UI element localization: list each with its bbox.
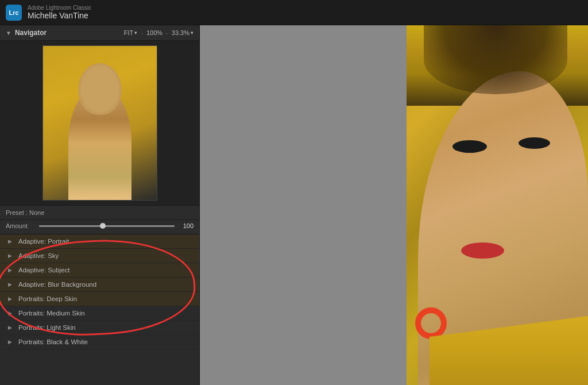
zoom-dropdown-icon: ▾ bbox=[191, 30, 194, 36]
fit-dropdown-icon: ▾ bbox=[134, 30, 137, 36]
amount-value: 100 bbox=[179, 222, 194, 229]
list-item[interactable]: ▶ Adaptive: Subject bbox=[0, 263, 199, 278]
preset-expand-icon: ▶ bbox=[6, 324, 14, 332]
list-item[interactable]: ▶ Adaptive: Sky bbox=[0, 249, 199, 263]
fit-button[interactable]: FIT ▾ bbox=[124, 29, 138, 36]
left-panel: ▼ Navigator FIT ▾ - 100% - 33.3% ▾ bbox=[0, 25, 200, 385]
titlebar-text: Adobe Lightroom Classic Michelle VanTine bbox=[28, 5, 91, 20]
zoom-33-button[interactable]: 33.3% ▾ bbox=[172, 29, 194, 36]
amount-slider-thumb bbox=[100, 223, 106, 229]
zoom-divider: - bbox=[141, 29, 143, 36]
preset-expand-icon: ▶ bbox=[6, 252, 14, 260]
preset-expand-icon: ▶ bbox=[6, 309, 14, 317]
preset-expand-icon: ▶ bbox=[6, 266, 14, 274]
navigator-header: ▼ Navigator FIT ▾ - 100% - 33.3% ▾ bbox=[0, 25, 199, 41]
user-name: Michelle VanTine bbox=[28, 11, 91, 20]
titlebar: Lrc Adobe Lightroom Classic Michelle Van… bbox=[0, 0, 588, 25]
photo-earring bbox=[415, 307, 447, 339]
list-item[interactable]: ▶ Portraits: Medium Skin bbox=[0, 306, 199, 321]
photo-face bbox=[407, 25, 588, 385]
zoom-divider-2: - bbox=[166, 29, 168, 36]
photo-hair bbox=[424, 25, 567, 94]
amount-slider-fill bbox=[39, 225, 175, 227]
app-logo: Lrc bbox=[6, 5, 22, 21]
amount-slider[interactable] bbox=[39, 225, 175, 227]
preset-expand-icon: ▶ bbox=[6, 338, 14, 346]
list-item[interactable]: ▶ Portraits: Black & White bbox=[0, 335, 199, 349]
amount-row: Amount 100 bbox=[0, 220, 199, 234]
list-item[interactable]: ▶ Portraits: Deep Skin bbox=[0, 292, 199, 306]
photo-right-eye bbox=[519, 137, 550, 149]
navigator-collapse-icon[interactable]: ▼ bbox=[6, 30, 11, 36]
app-name: Adobe Lightroom Classic bbox=[28, 5, 91, 11]
zoom-100-button[interactable]: 100% bbox=[146, 29, 163, 36]
list-item[interactable]: ▶ Portraits: Light Skin bbox=[0, 321, 199, 335]
navigator-controls: FIT ▾ - 100% - 33.3% ▾ bbox=[124, 29, 194, 36]
navigator-title: Navigator bbox=[15, 29, 124, 37]
preset-expand-icon: ▶ bbox=[6, 237, 14, 245]
photo-lips bbox=[461, 242, 504, 259]
preset-row: Preset : None bbox=[0, 206, 199, 220]
list-item[interactable]: ▶ Adaptive: Blur Background bbox=[0, 278, 199, 292]
main-photo bbox=[407, 25, 588, 385]
list-item[interactable]: ▶ Adaptive: Portrait bbox=[0, 234, 199, 249]
right-panel-photo bbox=[407, 25, 588, 385]
preset-expand-icon: ▶ bbox=[6, 295, 14, 303]
preset-list: ▶ Adaptive: Portrait ▶ Adaptive: Sky ▶ A… bbox=[0, 234, 199, 385]
navigator-preview-image[interactable] bbox=[42, 45, 157, 201]
center-workspace bbox=[200, 25, 407, 385]
navigator-preview bbox=[0, 41, 199, 206]
main-layout: ▼ Navigator FIT ▾ - 100% - 33.3% ▾ bbox=[0, 25, 588, 385]
preset-expand-icon: ▶ bbox=[6, 280, 14, 288]
amount-label: Amount bbox=[6, 222, 34, 229]
photo-left-eye bbox=[452, 140, 487, 153]
